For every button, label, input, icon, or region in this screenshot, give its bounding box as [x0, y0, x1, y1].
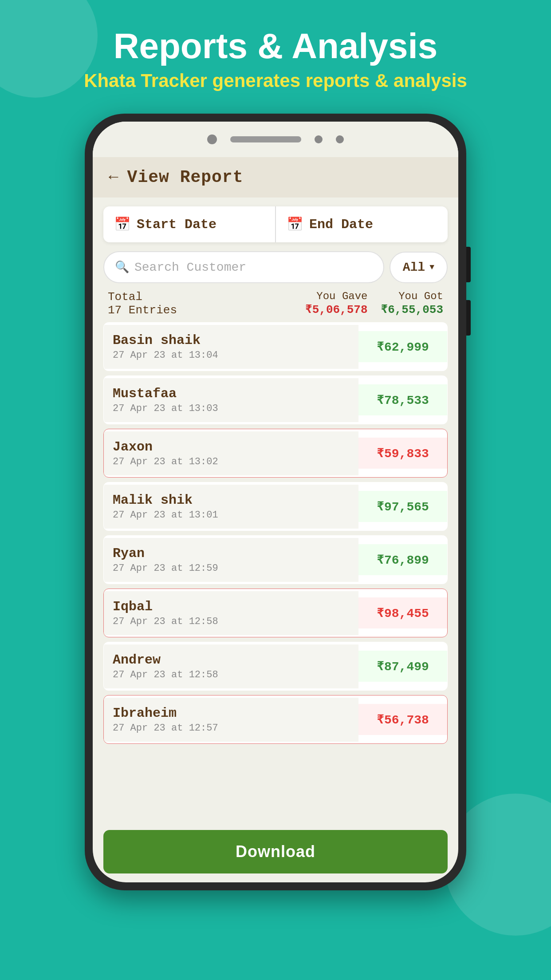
date-filter-row: 📅 Start Date 📅 End Date	[103, 206, 448, 242]
amount-gave-text: ₹98,455	[377, 605, 429, 620]
download-btn-wrap: Download	[93, 823, 458, 882]
customer-date: 27 Apr 23 at 12:58	[113, 669, 350, 680]
customer-row[interactable]: Ryan27 Apr 23 at 12:59₹76,899	[103, 535, 448, 584]
customer-name: Andrew	[113, 652, 350, 668]
customer-name: Basin shaik	[113, 333, 350, 348]
customer-info: Mustafaa27 Apr 23 at 13:03	[104, 378, 358, 422]
summary-left: Total 17 Entries	[108, 290, 177, 317]
customer-amount-gave: ₹98,455	[358, 597, 447, 628]
customer-info: Basin shaik27 Apr 23 at 13:04	[104, 325, 358, 369]
customer-row[interactable]: Ibraheim27 Apr 23 at 12:57₹56,738	[103, 695, 448, 744]
summary-gave-label: You Gave	[316, 290, 367, 302]
customer-row[interactable]: Andrew27 Apr 23 at 12:58₹87,499	[103, 642, 448, 691]
amount-gave-text: ₹56,738	[377, 712, 429, 727]
dropdown-arrow-icon: ▼	[429, 263, 434, 272]
amount-got-text: ₹76,899	[377, 552, 429, 567]
search-row: 🔍 Search Customer All ▼	[103, 251, 448, 283]
customer-row[interactable]: Iqbal27 Apr 23 at 12:58₹98,455	[103, 589, 448, 637]
customer-info: Ibraheim27 Apr 23 at 12:57	[104, 698, 358, 742]
summary-got-col: You Got ₹6,55,053	[381, 290, 443, 316]
phone-top-bar	[93, 122, 458, 157]
sensor-dot	[315, 135, 323, 143]
header-section: Reports & Analysis Khata Tracker generat…	[57, 0, 494, 105]
summary-gave-col: You Gave ₹5,06,578	[305, 290, 367, 316]
customer-date: 27 Apr 23 at 12:58	[113, 616, 350, 627]
download-button-label: Download	[236, 842, 315, 861]
download-button[interactable]: Download	[103, 830, 448, 873]
customer-info: Andrew27 Apr 23 at 12:58	[104, 644, 358, 688]
customer-date: 27 Apr 23 at 12:59	[113, 563, 350, 574]
page-title: Reports & Analysis	[84, 27, 467, 66]
amount-got-text: ₹97,565	[377, 499, 429, 514]
phone-screen: ← View Report 📅 Start Date 📅 End Date	[93, 122, 458, 882]
customer-date: 27 Apr 23 at 13:02	[113, 456, 350, 467]
customer-info: Malik shik27 Apr 23 at 13:01	[104, 485, 358, 529]
customer-row[interactable]: Jaxon27 Apr 23 at 13:02₹59,833	[103, 429, 448, 478]
customer-amount-got: ₹76,899	[358, 544, 447, 575]
customer-row[interactable]: Mustafaa27 Apr 23 at 13:03₹78,533	[103, 375, 448, 424]
nav-bar: ← View Report	[93, 157, 458, 198]
page-subtitle: Khata Tracker generates reports & analys…	[84, 70, 467, 91]
customer-amount-gave: ₹59,833	[358, 438, 447, 469]
start-calendar-icon: 📅	[114, 216, 130, 233]
customer-info: Ryan27 Apr 23 at 12:59	[104, 538, 358, 582]
filter-dropdown[interactable]: All ▼	[390, 252, 448, 283]
amount-got-text: ₹62,999	[377, 339, 429, 354]
summary-gave-value: ₹5,06,578	[305, 302, 367, 316]
filter-label: All	[403, 261, 425, 274]
customer-name: Ibraheim	[113, 706, 350, 721]
customer-info: Iqbal27 Apr 23 at 12:58	[104, 591, 358, 635]
customer-info: Jaxon27 Apr 23 at 13:02	[104, 431, 358, 475]
summary-entries: 17 Entries	[108, 304, 177, 317]
customer-list: Basin shaik27 Apr 23 at 13:04₹62,999Must…	[93, 322, 458, 823]
customer-amount-got: ₹78,533	[358, 384, 447, 415]
sensor-dot-2	[336, 135, 344, 143]
customer-name: Ryan	[113, 546, 350, 561]
summary-right: You Gave ₹5,06,578 You Got ₹6,55,053	[305, 290, 443, 316]
customer-name: Iqbal	[113, 599, 350, 614]
speaker-bar	[230, 136, 301, 142]
amount-got-text: ₹87,499	[377, 659, 429, 674]
phone-side-btn-2	[466, 300, 471, 336]
start-date-button[interactable]: 📅 Start Date	[103, 206, 275, 242]
start-date-label: Start Date	[137, 217, 216, 232]
app-content: ← View Report 📅 Start Date 📅 End Date	[93, 157, 458, 882]
customer-row[interactable]: Malik shik27 Apr 23 at 13:01₹97,565	[103, 482, 448, 531]
customer-date: 27 Apr 23 at 13:03	[113, 403, 350, 414]
customer-amount-got: ₹62,999	[358, 331, 447, 362]
search-placeholder: Search Customer	[134, 261, 246, 274]
search-box[interactable]: 🔍 Search Customer	[103, 251, 384, 283]
customer-date: 27 Apr 23 at 13:01	[113, 510, 350, 521]
phone-frame: ← View Report 📅 Start Date 📅 End Date	[85, 114, 466, 890]
camera-dot	[207, 134, 217, 144]
back-button[interactable]: ←	[109, 168, 118, 186]
summary-got-value: ₹6,55,053	[381, 302, 443, 316]
summary-row: Total 17 Entries You Gave ₹5,06,578 You …	[103, 290, 448, 317]
nav-title: View Report	[127, 168, 244, 187]
summary-got-label: You Got	[398, 290, 443, 302]
customer-name: Malik shik	[113, 493, 350, 508]
search-icon: 🔍	[115, 260, 129, 274]
amount-gave-text: ₹59,833	[377, 446, 429, 461]
customer-name: Mustafaa	[113, 386, 350, 401]
customer-amount-got: ₹87,499	[358, 651, 447, 682]
amount-got-text: ₹78,533	[377, 392, 429, 407]
end-calendar-icon: 📅	[287, 216, 303, 233]
phone-mockup: ← View Report 📅 Start Date 📅 End Date	[85, 114, 466, 890]
summary-total-label: Total	[108, 290, 177, 304]
customer-date: 27 Apr 23 at 13:04	[113, 350, 350, 361]
phone-side-btn-1	[466, 247, 471, 282]
end-date-button[interactable]: 📅 End Date	[275, 206, 448, 242]
customer-amount-gave: ₹56,738	[358, 704, 447, 735]
end-date-label: End Date	[309, 217, 373, 232]
customer-name: Jaxon	[113, 439, 350, 454]
customer-row[interactable]: Basin shaik27 Apr 23 at 13:04₹62,999	[103, 322, 448, 371]
customer-amount-got: ₹97,565	[358, 491, 447, 522]
customer-date: 27 Apr 23 at 12:57	[113, 723, 350, 734]
